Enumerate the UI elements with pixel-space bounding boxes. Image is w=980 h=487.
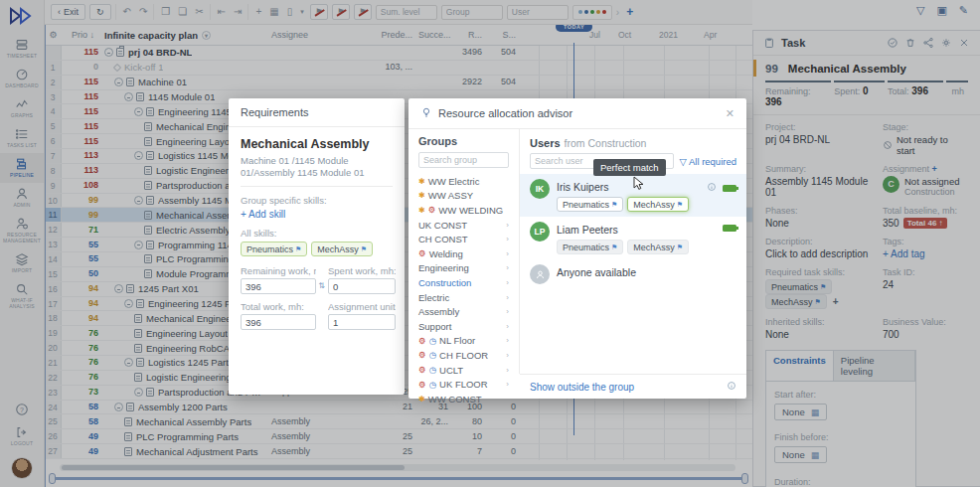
availability-battery-icon: [723, 225, 736, 232]
restricted-gear-icon: ⚙: [418, 380, 426, 390]
info-icon: [727, 381, 736, 393]
user-avatar: IK: [530, 179, 550, 199]
add-skill-link[interactable]: + Add skill: [241, 209, 393, 220]
groups-list: ✱WW Electric✱WW ASSY✱⚙WW WELDINGUK CONST…: [408, 174, 519, 406]
restricted-gear-icon: ⚙: [418, 365, 426, 375]
group-label: UK CONST: [418, 220, 467, 231]
star-icon: ✱: [418, 191, 425, 200]
group-label: CH FLOOR: [439, 350, 488, 361]
group-item[interactable]: Support›: [408, 319, 519, 334]
skill-chip[interactable]: Pneumatics⚑: [241, 242, 307, 256]
skill-chip[interactable]: Pneumatics⚑: [557, 197, 623, 212]
perfect-match-tooltip: Perfect match: [593, 159, 666, 176]
users-from: from Construction: [565, 137, 647, 149]
clock-icon: ◷: [429, 365, 436, 375]
chevron-right-icon: ›: [506, 380, 509, 389]
clock-icon: ◷: [429, 380, 436, 390]
requirements-task-path: Machine 01 /1145 Module 01/Assembly 1145…: [241, 155, 393, 187]
skill-chip[interactable]: MechAssy⚑: [627, 197, 689, 212]
chevron-right-icon: ›: [506, 307, 509, 316]
group-item[interactable]: ✱WW Electric: [408, 174, 519, 189]
info-icon[interactable]: [707, 182, 717, 194]
group-item[interactable]: CH CONST›: [408, 232, 519, 246]
user-row[interactable]: Anyone available: [520, 259, 746, 289]
close-icon[interactable]: ✕: [726, 107, 735, 120]
mouse-cursor: [633, 176, 646, 196]
group-label: WW CONST: [428, 394, 482, 405]
lightbulb-icon: [420, 106, 432, 120]
chevron-right-icon: ›: [506, 221, 509, 230]
chevron-right-icon: ›: [506, 366, 509, 375]
chevron-right-icon: ›: [506, 249, 509, 258]
group-label: UCLT: [439, 365, 463, 376]
user-avatar: LP: [530, 222, 550, 242]
resource-allocation-advisor-dialog: Resource allocation advisor ✕ Groups ✱WW…: [408, 98, 746, 399]
skill-chip[interactable]: Pneumatics⚑: [557, 240, 623, 254]
spent-work-input[interactable]: [328, 278, 396, 294]
dialog-title: Resource allocation advisor: [438, 107, 572, 119]
group-item[interactable]: Construction›: [408, 275, 519, 290]
group-item[interactable]: ⚙Welding›: [408, 246, 519, 261]
requirements-skill-chips: Pneumatics⚑MechAssy⚑: [241, 242, 393, 256]
group-label: WW WELDING: [438, 205, 503, 216]
groups-heading: Groups: [408, 135, 519, 147]
show-outside-group-link[interactable]: Show outside the group: [530, 382, 634, 393]
chevron-right-icon: ›: [506, 235, 509, 244]
availability-battery-icon: [723, 185, 736, 192]
chevron-right-icon: ›: [506, 322, 509, 331]
chevron-right-icon: ›: [506, 263, 509, 272]
star-icon: ✱: [418, 395, 425, 404]
group-label: Support: [418, 321, 451, 332]
funnel-icon: ▽: [680, 156, 687, 167]
group-label: Engineering: [418, 262, 469, 273]
users-list: IKIris KuipersPneumatics⚑MechAssy⚑LPLiam…: [520, 174, 746, 374]
group-item[interactable]: ⚙◷UK FLOOR›: [408, 377, 519, 392]
remaining-work-input[interactable]: [241, 278, 316, 294]
app-screen: TIMESHEETDASHBOARDGRAPHSTASKS LISTPIPELI…: [0, 0, 980, 487]
group-item[interactable]: ⚙◷NL Floor›: [408, 334, 519, 349]
group-label: WW Electric: [428, 176, 480, 187]
group-label: UK FLOOR: [439, 379, 488, 390]
requirements-task-title: Mechanical Assembly: [241, 137, 393, 151]
group-label: Welding: [429, 248, 463, 259]
total-work-input[interactable]: [241, 314, 316, 330]
group-label: NL Floor: [439, 335, 475, 346]
chevron-right-icon: ›: [506, 336, 509, 345]
user-name: Anyone available: [557, 266, 730, 278]
restricted-gear-icon: ⚙: [418, 350, 426, 360]
star-icon: ✱: [418, 206, 425, 215]
group-label: Assembly: [418, 306, 459, 317]
group-item[interactable]: Engineering›: [408, 261, 519, 276]
all-required-filter[interactable]: ▽ All required: [680, 156, 737, 167]
restricted-gear-icon: ⚙: [418, 336, 426, 346]
group-item[interactable]: ✱⚙WW WELDING: [408, 203, 519, 218]
group-item[interactable]: ✱WW ASSY: [408, 189, 519, 204]
skill-chip[interactable]: MechAssy⚑: [627, 240, 689, 254]
user-row[interactable]: LPLiam PeetersPneumatics⚑MechAssy⚑: [520, 217, 746, 259]
chevron-right-icon: ›: [506, 351, 509, 360]
user-name: Iris Kuipers: [557, 181, 700, 193]
group-item[interactable]: Electric›: [408, 290, 519, 305]
group-item[interactable]: ⚙◷UCLT›: [408, 363, 519, 378]
users-heading: Users: [530, 137, 561, 149]
group-item[interactable]: ✱WW CONST: [408, 392, 519, 406]
chevron-right-icon: ›: [506, 293, 509, 302]
skill-chip[interactable]: MechAssy⚑: [311, 242, 373, 256]
group-search-input[interactable]: [418, 152, 509, 168]
group-item[interactable]: ⚙◷CH FLOOR›: [408, 348, 519, 363]
requirements-dialog: Requirements Mechanical Assembly Machine…: [229, 98, 405, 395]
group-label: WW ASSY: [428, 190, 473, 201]
group-label: Electric: [418, 292, 449, 303]
assignment-units-input[interactable]: [328, 314, 396, 330]
user-name: Liam Peeters: [557, 224, 716, 236]
spinner-icon[interactable]: ⇅: [318, 281, 325, 290]
group-item[interactable]: Assembly›: [408, 304, 519, 319]
clock-icon: ◷: [429, 350, 436, 360]
group-label: Construction: [418, 277, 471, 288]
star-icon: ✱: [418, 177, 425, 186]
restricted-gear-icon: ⚙: [418, 248, 426, 258]
user-avatar: [530, 264, 550, 284]
chevron-right-icon: ›: [506, 278, 509, 287]
clock-icon: ◷: [429, 336, 436, 346]
group-item[interactable]: UK CONST›: [408, 218, 519, 233]
